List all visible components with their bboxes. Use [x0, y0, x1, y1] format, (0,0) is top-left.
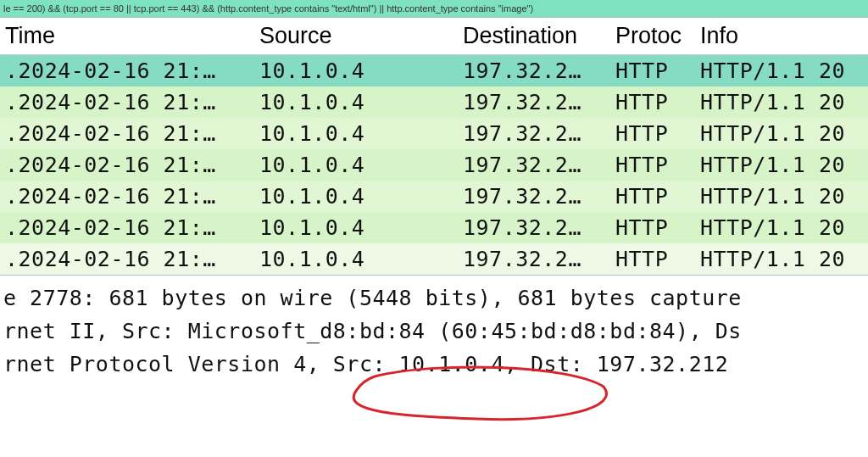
col-header-destination[interactable]: Destination	[458, 18, 610, 55]
cell-protocol: HTTP	[610, 212, 695, 243]
cell-protocol: HTTP	[610, 149, 695, 181]
cell-time: .2024-02-16 21:…	[0, 181, 254, 212]
packet-row[interactable]: .2024-02-16 21:… 10.1.0.4 197.32.2… HTTP…	[0, 243, 868, 276]
packet-row[interactable]: .2024-02-16 21:… 10.1.0.4 197.32.2… HTTP…	[0, 86, 868, 118]
cell-protocol: HTTP	[610, 55, 695, 87]
cell-info: HTTP/1.1 20	[695, 86, 868, 118]
cell-time: .2024-02-16 21:…	[0, 149, 254, 181]
cell-time: .2024-02-16 21:…	[0, 212, 254, 243]
cell-protocol: HTTP	[610, 86, 695, 118]
col-header-time[interactable]: Time	[0, 18, 254, 55]
cell-source: 10.1.0.4	[254, 243, 458, 276]
cell-info: HTTP/1.1 20	[695, 212, 868, 243]
packet-list-table: Time Source Destination Protoc Info .202…	[0, 18, 868, 276]
cell-info: HTTP/1.1 20	[695, 181, 868, 212]
cell-info: HTTP/1.1 20	[695, 243, 868, 276]
display-filter-input[interactable]: le == 200) && (tcp.port == 80 || tcp.por…	[0, 0, 868, 18]
packet-row[interactable]: .2024-02-16 21:… 10.1.0.4 197.32.2… HTTP…	[0, 181, 868, 212]
packet-list-body: .2024-02-16 21:… 10.1.0.4 197.32.2… HTTP…	[0, 55, 868, 276]
cell-source: 10.1.0.4	[254, 181, 458, 212]
packet-row[interactable]: .2024-02-16 21:… 10.1.0.4 197.32.2… HTTP…	[0, 149, 868, 181]
cell-destination: 197.32.2…	[458, 118, 610, 149]
cell-protocol: HTTP	[610, 118, 695, 149]
packet-list-header-row: Time Source Destination Protoc Info	[0, 18, 868, 55]
cell-destination: 197.32.2…	[458, 212, 610, 243]
detail-ethernet-line[interactable]: rnet II, Src: Microsoft_d8:bd:84 (60:45:…	[0, 315, 868, 348]
cell-source: 10.1.0.4	[254, 149, 458, 181]
cell-time: .2024-02-16 21:…	[0, 86, 254, 118]
cell-destination: 197.32.2…	[458, 243, 610, 276]
cell-time: .2024-02-16 21:…	[0, 243, 254, 276]
display-filter-text: le == 200) && (tcp.port == 80 || tcp.por…	[3, 3, 533, 14]
cell-source: 10.1.0.4	[254, 55, 458, 87]
col-header-protocol[interactable]: Protoc	[610, 18, 695, 55]
cell-destination: 197.32.2…	[458, 86, 610, 118]
cell-info: HTTP/1.1 20	[695, 55, 868, 87]
cell-destination: 197.32.2…	[458, 181, 610, 212]
cell-destination: 197.32.2…	[458, 55, 610, 87]
col-header-info[interactable]: Info	[695, 18, 868, 55]
packet-row[interactable]: .2024-02-16 21:… 10.1.0.4 197.32.2… HTTP…	[0, 212, 868, 243]
packet-row[interactable]: .2024-02-16 21:… 10.1.0.4 197.32.2… HTTP…	[0, 55, 868, 87]
cell-time: .2024-02-16 21:…	[0, 118, 254, 149]
cell-destination: 197.32.2…	[458, 149, 610, 181]
cell-source: 10.1.0.4	[254, 212, 458, 243]
detail-frame-line[interactable]: e 2778: 681 bytes on wire (5448 bits), 6…	[0, 282, 868, 315]
cell-protocol: HTTP	[610, 181, 695, 212]
cell-info: HTTP/1.1 20	[695, 149, 868, 181]
packet-details-pane[interactable]: e 2778: 681 bytes on wire (5448 bits), 6…	[0, 276, 868, 381]
cell-info: HTTP/1.1 20	[695, 118, 868, 149]
cell-protocol: HTTP	[610, 243, 695, 276]
cell-source: 10.1.0.4	[254, 118, 458, 149]
col-header-source[interactable]: Source	[254, 18, 458, 55]
detail-ip-line[interactable]: rnet Protocol Version 4, Src: 10.1.0.4, …	[0, 348, 868, 382]
cell-time: .2024-02-16 21:…	[0, 55, 254, 87]
cell-source: 10.1.0.4	[254, 86, 458, 118]
packet-row[interactable]: .2024-02-16 21:… 10.1.0.4 197.32.2… HTTP…	[0, 118, 868, 149]
